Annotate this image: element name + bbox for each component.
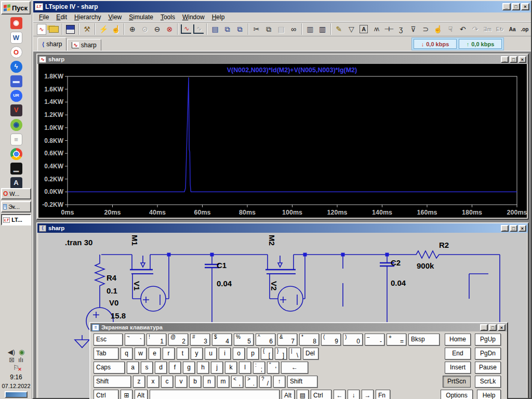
key-shift-right[interactable]: Shift (287, 376, 317, 388)
show-desktop-button[interactable] (5, 391, 28, 398)
osk-titlebar[interactable]: ⠿ Экранная клавиатура _□× (90, 323, 507, 331)
key-equals[interactable]: += (387, 334, 406, 345)
key-8[interactable]: *8 (299, 334, 319, 345)
key-help[interactable]: Help (477, 390, 501, 399)
key-alt-left[interactable]: Alt (135, 390, 148, 399)
menu-file[interactable]: File (35, 13, 52, 21)
key-bracket-right[interactable]: }] (275, 348, 287, 360)
key-backslash[interactable]: |\ (289, 348, 301, 360)
toolbar-ground-button[interactable]: ▽ (345, 23, 357, 35)
mosfet-m1[interactable] (130, 255, 153, 299)
key-bksp[interactable]: Bksp (408, 334, 440, 345)
quicklaunch-ur-browser[interactable]: UR (10, 90, 22, 102)
tab-waveform[interactable]: ∿sharp (67, 39, 101, 51)
key-comma[interactable]: <, (231, 376, 243, 388)
toolbar-draw-wire-button[interactable]: ✎ (333, 23, 345, 35)
menu-tools[interactable]: Tools (157, 13, 179, 21)
toolbar-net-label-button[interactable]: A (357, 23, 370, 35)
menu-edit[interactable]: Edit (52, 13, 71, 21)
key-e[interactable]: e (149, 348, 161, 360)
key-apostrophe[interactable]: "' (267, 362, 279, 374)
quicklaunch-word[interactable]: W (10, 32, 22, 44)
toolbar-cut-button[interactable]: ✂ (250, 23, 263, 35)
resistor-r2[interactable] (414, 251, 443, 258)
tray-network-offline-icon[interactable]: ⊠ (9, 356, 15, 364)
key-bracket-left[interactable]: {[ (261, 348, 273, 360)
key-s[interactable]: s (141, 362, 153, 374)
toolbar-arrange-windows-button[interactable]: ⧉ (234, 23, 246, 35)
key-p[interactable]: p (247, 348, 259, 360)
key-space[interactable] (150, 390, 280, 399)
toolbar-resistor-button[interactable]: ʌʌ (370, 23, 382, 35)
key-n[interactable]: n (203, 376, 215, 388)
close-button[interactable]: × (518, 225, 526, 232)
toolbar-run-button[interactable]: ⚡ (97, 23, 110, 35)
toolbar-cascade-windows-button[interactable]: ⧉ (221, 23, 234, 35)
key-u[interactable]: u (205, 348, 217, 360)
start-button[interactable]: Пуск (1, 1, 31, 15)
toolbar-drag-button[interactable]: ☟ (444, 23, 457, 35)
toolbar-control-panel-button[interactable]: ⚒ (81, 23, 94, 35)
close-button[interactable]: × (518, 56, 526, 63)
key-a[interactable]: a (127, 362, 139, 374)
toolbar-autorange-button[interactable]: ∿ (181, 24, 191, 34)
quicklaunch-shield-v[interactable]: V (10, 104, 22, 116)
titlebar[interactable]: LT LTspice IV - sharp _□× (33, 1, 531, 12)
key-down[interactable]: ↓ (348, 390, 360, 399)
toolbar-tile-windows-button[interactable]: ▤ (209, 23, 221, 35)
ground-symbol[interactable] (75, 340, 89, 348)
menu-view[interactable]: View (104, 13, 125, 21)
key-b[interactable]: b (189, 376, 201, 388)
tab-schematic[interactable]: ⟨sharp (37, 37, 66, 51)
quicklaunch-flash-blue[interactable]: ϟ (10, 61, 22, 73)
minimize-button[interactable]: _ (480, 324, 488, 331)
key-up[interactable]: ↑ (273, 376, 285, 388)
minimize-button[interactable]: _ (502, 3, 511, 10)
key-5[interactable]: %5 (234, 334, 254, 345)
key-2[interactable]: @2 (168, 334, 188, 345)
key-v[interactable]: v (175, 376, 187, 388)
key-left[interactable]: ← (334, 390, 345, 399)
toolbar-undo-button[interactable]: ↶ (457, 23, 469, 35)
toolbar-find-button[interactable]: ∞ (287, 23, 300, 35)
key-g[interactable]: g (183, 362, 195, 374)
toolbar-zoom-in-button[interactable]: ⊕ (126, 23, 139, 35)
quicklaunch-opera[interactable]: O (10, 46, 22, 58)
key-o[interactable]: o (233, 348, 245, 360)
menu-window[interactable]: Window (179, 13, 208, 21)
tray-signal-icon[interactable]: ılı (18, 356, 23, 364)
toolbar-diode-button[interactable]: ⊽ (407, 23, 420, 35)
key-0[interactable]: )0 (343, 334, 363, 345)
quicklaunch-app-red[interactable]: ◉ (10, 17, 22, 29)
key-scrlk[interactable]: ScrLk (475, 376, 501, 388)
menu-hierarchy[interactable]: Hierarchy (71, 13, 104, 21)
key-fn[interactable]: Fn (376, 390, 390, 399)
maximize-button[interactable]: □ (489, 324, 497, 331)
key-prtscn[interactable]: PrtScn (443, 376, 471, 388)
minimize-button[interactable]: _ (501, 56, 509, 63)
toolbar-copy-button[interactable]: ⧉ (262, 23, 275, 35)
key-pgdn[interactable]: PgDn (475, 348, 501, 360)
toolbar-zoom-out-button[interactable]: ⊖ (151, 23, 164, 35)
quicklaunch-console[interactable]: ▁ (10, 163, 22, 175)
close-button[interactable]: × (498, 324, 506, 331)
key-home[interactable]: Home (445, 334, 471, 345)
key-r[interactable]: r (163, 348, 175, 360)
maximize-button[interactable]: □ (512, 3, 520, 10)
key-backquote[interactable]: ~` (125, 334, 144, 345)
key-q[interactable]: q (121, 348, 132, 360)
plot-pane[interactable]: V(N002,N003)*Id(M2)+V(N005,N003)*Ig(M2) … (38, 64, 527, 218)
quicklaunch-eye[interactable]: ◉ (10, 119, 22, 131)
key-win[interactable]: ⊞ (121, 390, 132, 399)
toolbar-text-button[interactable]: Aa (506, 23, 518, 35)
mosfet-m2[interactable] (265, 255, 296, 299)
key-right[interactable]: → (362, 390, 374, 399)
key-t[interactable]: t (177, 348, 189, 360)
quicklaunch-floppy[interactable]: ▬ (10, 75, 22, 87)
taskbutton-opera[interactable]: OW... (1, 188, 31, 200)
key-k[interactable]: k (225, 362, 237, 374)
key-tab[interactable]: Tab (94, 348, 118, 360)
minimize-button[interactable]: _ (501, 225, 509, 232)
key-insert[interactable]: Insert (445, 362, 471, 374)
key-9[interactable]: (9 (321, 334, 341, 345)
